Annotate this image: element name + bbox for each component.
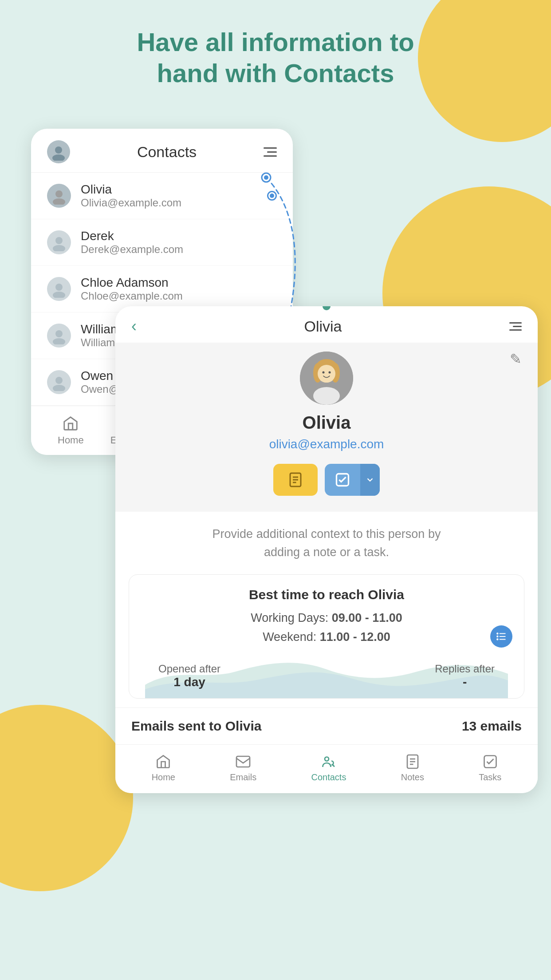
detail-title: Olivia [304,318,342,335]
tasks-nav-icon [482,754,498,770]
svg-point-14 [264,175,268,180]
svg-point-0 [55,146,62,154]
nav-tab-tasks-label: Tasks [479,772,501,782]
profile-avatar [300,352,353,405]
nav-tab-notes-label: Notes [401,772,424,782]
contacts-title: Contacts [137,143,197,161]
svg-point-31 [496,636,498,637]
contact-info-olivia: Olivia Olivia@example.com [81,182,181,209]
nav-tab-home[interactable]: Home [152,754,175,782]
svg-point-22 [318,365,335,383]
svg-point-4 [55,237,63,244]
contacts-icon [321,754,337,770]
nav-tab-notes[interactable]: Notes [401,754,424,782]
contact-row-chloe[interactable]: Chloe Adamson Chloe@example.com [31,266,293,312]
contact-avatar-chloe [47,277,71,301]
svg-point-24 [329,371,331,374]
detail-bottom-nav: Home Emails Contacts [115,744,538,793]
contact-avatar-owen [47,370,71,394]
header-avatar [47,140,70,163]
svg-point-23 [323,371,325,374]
svg-point-1 [52,154,65,161]
nav-tab-contacts[interactable]: Contacts [311,754,346,782]
edit-icon[interactable]: ✎ [510,351,522,368]
svg-point-37 [325,757,329,761]
svg-point-2 [55,190,63,198]
profile-name: Olivia [303,413,351,433]
nav-tab-home-label: Home [152,772,175,782]
svg-point-30 [496,632,498,634]
tasks-icon [325,464,360,496]
working-days-row: Working Days: 09.00 - 11.00 [145,611,508,625]
tasks-chevron-icon[interactable] [360,464,380,496]
contact-avatar-william [47,324,71,348]
home-icon [155,754,171,770]
profile-section: Olivia olivia@example.com [115,343,538,512]
context-text: Provide additional context to this perso… [115,512,538,574]
notes-icon [405,754,421,770]
nav-tab-emails[interactable]: Emails [230,754,256,782]
profile-email: olivia@example.com [269,437,384,451]
svg-point-6 [55,284,63,291]
contact-avatar-olivia [47,184,71,208]
emails-count: 13 emails [462,719,522,734]
bg-decoration-bottom-left [0,705,133,891]
best-time-title: Best time to reach Olivia [145,587,508,602]
svg-point-18 [313,387,340,405]
svg-point-3 [53,198,65,205]
svg-point-32 [496,638,498,640]
svg-point-11 [53,385,65,391]
contact-info-chloe: Chloe Adamson Chloe@example.com [81,276,183,302]
nav-tab-contacts-label: Contacts [311,772,346,782]
contact-row-olivia[interactable]: Olivia Olivia@example.com [31,173,293,219]
emails-icon [235,754,251,770]
svg-point-8 [55,330,63,337]
weekend-row: Weekend: 11.00 - 12.00 [145,630,508,644]
notes-button[interactable] [273,464,318,496]
detail-menu-icon[interactable] [509,322,522,331]
emails-section: Emails sent to Olivia 13 emails [115,707,538,744]
nav-home[interactable]: Home [58,415,84,446]
hamburger-menu-icon[interactable] [264,147,277,157]
back-button[interactable]: ‹ [131,317,137,336]
emails-label: Emails sent to Olivia [131,719,261,734]
opened-stat: Opened after 1 day [158,663,220,689]
action-buttons [273,464,380,496]
contacts-header: Contacts [31,129,293,173]
svg-point-10 [55,377,63,384]
nav-tab-tasks[interactable]: Tasks [479,754,501,782]
list-view-button[interactable] [490,625,512,648]
tasks-button[interactable] [325,464,380,496]
svg-rect-36 [236,756,250,767]
replies-stat: Replies after - [435,663,495,689]
contact-row-derek[interactable]: Derek Derek@example.com [31,219,293,266]
svg-point-7 [53,292,65,298]
detail-header: ‹ Olivia [115,306,538,343]
contact-avatar-derek [47,230,71,254]
detail-card: ‹ Olivia ✎ [115,306,538,793]
nav-tab-emails-label: Emails [230,772,256,782]
svg-point-5 [53,245,65,251]
svg-point-9 [53,338,65,344]
best-time-card: Best time to reach Olivia Working Days: … [129,574,524,699]
main-title: Have all information to hand with Contac… [0,27,551,88]
contact-info-derek: Derek Derek@example.com [81,229,183,256]
